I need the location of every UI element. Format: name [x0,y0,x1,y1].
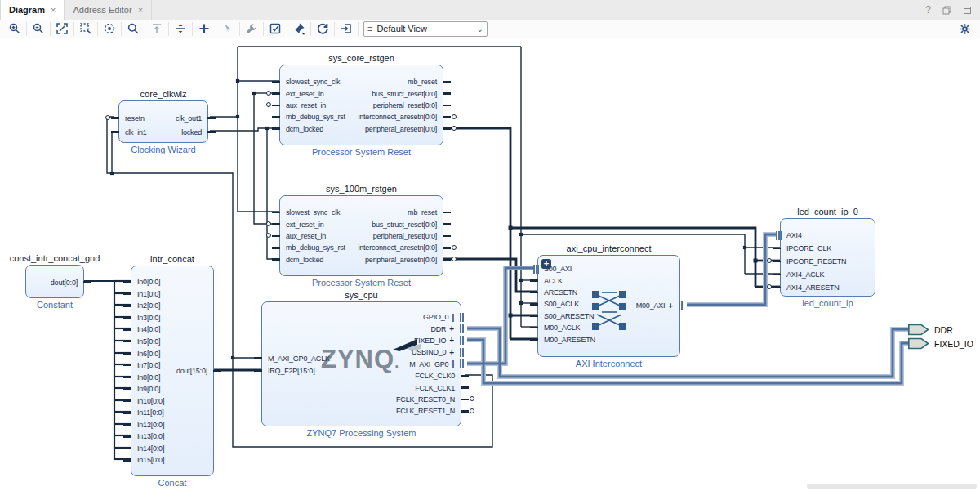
port-m00_aclk[interactable]: M00_ACLK [544,322,580,333]
port-clk_out1[interactable]: clk_out1 [176,111,202,125]
port-in400[interactable]: In4[0:0] [137,324,160,336]
port-mb_reset[interactable]: mb_reset [408,207,437,218]
maximize-icon[interactable] [963,6,972,15]
block-constant[interactable]: const_intr_concat_gnd dout[0:0] Constant [25,265,84,298]
regenerate-layout-button[interactable] [315,21,330,36]
port-in600[interactable]: In6[0:0] [137,347,160,359]
zoom-in-button[interactable] [7,21,22,36]
port-irq_f2p150[interactable]: IRQ_F2P[15:0] [268,364,314,377]
expand-block-button[interactable]: + [541,259,551,269]
port-in1400[interactable]: In14[0:0] [137,443,164,455]
port-fclk_reset0_n[interactable]: FCLK_RESET0_N [396,394,455,405]
block-led-count-ip[interactable]: led_count_ip_0 AXI4IPCORE_CLKIPCORE_RESE… [780,218,875,297]
port-m_axi_gp0_aclk[interactable]: M_AXI_GP0_ACLK [268,352,330,364]
port-ipcore_clk[interactable]: IPCORE_CLK [786,242,831,255]
add-ip-button[interactable] [197,21,212,36]
help-icon[interactable]: ? [925,4,931,16]
port-in1300[interactable]: In13[0:0] [137,431,164,443]
port-in900[interactable]: In9[0:0] [137,383,160,395]
select-pointer-button[interactable] [220,21,235,36]
port-axi4_aclk[interactable]: AXI4_ACLK [786,268,824,281]
port-interconnect_aresetn00[interactable]: interconnect_aresetn[0:0] [358,242,437,253]
port-ddr[interactable]: DDR+ [430,323,455,334]
port-in800[interactable]: In8[0:0] [137,371,160,383]
port-in1200[interactable]: In12[0:0] [137,419,164,431]
horizontal-scrollbar[interactable] [807,484,977,489]
port-clk_in1[interactable]: clk_in1 [125,125,147,139]
port-locked[interactable]: locked [181,125,202,139]
customize-block-button[interactable] [244,21,259,36]
port-m00_axi[interactable]: M00_AXI+ [636,299,674,312]
port-s00_aclk[interactable]: S00_ACLK [544,298,579,310]
tab-diagram[interactable]: Diagram × [0,0,65,20]
port-resetn[interactable]: resetn [125,111,145,125]
port-peripheral_reset00[interactable]: peripheral_reset[0:0] [373,100,437,111]
port-mb_reset[interactable]: mb_reset [408,76,437,87]
collapse-hierarchy-button[interactable] [149,21,164,36]
port-bus_struct_reset00[interactable]: bus_struct_reset[0:0] [372,218,437,230]
block-sys-core-rstgen[interactable]: sys_core_rstgen slowest_sync_clkext_rese… [279,65,443,145]
port-ext_reset_in[interactable]: ext_reset_in [286,218,324,230]
validate-design-button[interactable] [268,21,283,36]
port-in1500[interactable]: In15[0:0] [137,454,164,466]
float-window-icon[interactable] [942,6,951,15]
search-button[interactable] [126,21,140,36]
expand-interface-icon[interactable]: + [449,348,454,357]
port-interconnect_aresetn00[interactable]: interconnect_aresetn[0:0] [358,111,437,123]
port-aux_reset_in[interactable]: aux_reset_in [286,100,326,111]
port-in200[interactable]: In2[0:0] [137,300,160,312]
port-dcm_locked[interactable]: dcm_locked [286,123,323,135]
block-intr-concat[interactable]: intr_concat In0[0:0]In1[0:0]In2[0:0]In3[… [131,266,214,476]
close-icon[interactable]: × [51,5,56,15]
close-icon[interactable]: × [138,5,143,15]
port-fclk_clk1[interactable]: FCLK_CLK1 [415,382,455,393]
port-slowest_sync_clk[interactable]: slowest_sync_clk [286,76,340,87]
block-sys-100m-rstgen[interactable]: sys_100m_rstgen slowest_sync_clkext_rese… [279,195,443,276]
port-aclk[interactable]: ACLK [544,275,563,286]
expand-hierarchy-button[interactable] [173,21,188,36]
port-bus_struct_reset00[interactable]: bus_struct_reset[0:0] [372,87,437,99]
port-dcm_locked[interactable]: dcm_locked [286,254,323,266]
port-usbind_0[interactable]: USBIND_0+ [412,346,455,358]
interface-ports-button[interactable] [339,21,354,36]
external-port-ddr[interactable]: DDR [908,324,953,336]
port-fclk_clk0[interactable]: FCLK_CLK0 [415,370,455,382]
port-aresetn[interactable]: ARESETN [544,287,577,298]
zoom-selection-button[interactable] [78,21,93,36]
block-axi-interconnect[interactable]: axi_cpu_interconnect + S00_AXIACLKARESET… [537,255,680,357]
port-in500[interactable]: In5[0:0] [137,336,160,348]
expand-interface-icon[interactable]: + [668,301,673,310]
expand-interface-icon[interactable]: + [449,336,454,345]
view-selector[interactable]: ≡ Default View ⌄ [363,21,488,37]
block-core-clkwiz[interactable]: core_clkwiz resetnclk_in1clk_out1locked … [118,100,208,143]
pin-button[interactable] [292,21,306,36]
port-slowest_sync_clk[interactable]: slowest_sync_clk [286,207,340,218]
port-mb_debug_sys_rst[interactable]: mb_debug_sys_rst [286,111,345,123]
fit-selection-button[interactable] [102,21,117,36]
port-ipcore_resetn[interactable]: IPCORE_RESETN [786,255,846,268]
port-s00_aresetn[interactable]: S00_ARESETN [544,310,594,322]
tab-address-editor[interactable]: Address Editor × [65,0,152,20]
port-dout00[interactable]: dout[0:0] [51,275,78,289]
port-ext_reset_in[interactable]: ext_reset_in [286,87,324,99]
port-m_axi_gp0[interactable]: M_AXI_GP0| [409,359,455,370]
port-axi4_aresetn[interactable]: AXI4_ARESETN [786,281,840,294]
port-in100[interactable]: In1[0:0] [137,288,160,301]
port-in1000[interactable]: In10[0:0] [137,395,164,407]
port-fclk_reset1_n[interactable]: FCLK_RESET1_N [396,405,455,417]
settings-gear-icon[interactable] [957,21,972,36]
port-axi4[interactable]: AXI4 [786,229,802,242]
port-in1100[interactable]: In11[0:0] [137,407,164,419]
port-aux_reset_in[interactable]: aux_reset_in [286,230,326,242]
port-peripheral_reset00[interactable]: peripheral_reset[0:0] [373,230,437,242]
expand-interface-icon[interactable]: + [449,324,454,333]
zoom-out-button[interactable] [31,21,46,36]
port-peripheral_aresetn00[interactable]: peripheral_aresetn[0:0] [365,123,437,135]
port-in700[interactable]: In7[0:0] [137,359,160,372]
port-dout150[interactable]: dout[15:0] [176,364,207,377]
port-mb_debug_sys_rst[interactable]: mb_debug_sys_rst [286,242,345,253]
block-sys-cpu[interactable]: sys_cpu ZYNQ. M_AXI_GP0_ACLKIRQ_F2P[15:0… [261,301,461,426]
port-peripheral_aresetn00[interactable]: peripheral_aresetn[0:0] [365,254,437,266]
interface-bar-icon[interactable]: | [452,359,454,368]
port-gpio_0[interactable]: GPIO_0| [423,311,455,323]
